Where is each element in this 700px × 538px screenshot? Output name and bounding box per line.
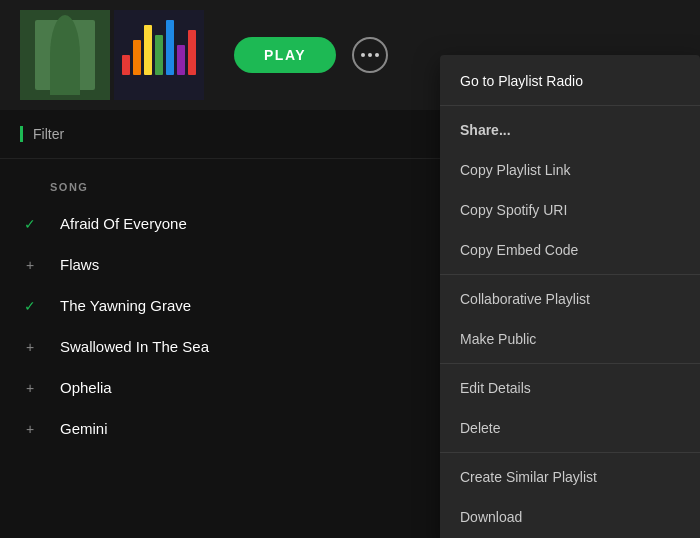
- three-dots-icon: [361, 53, 379, 57]
- dot-3: [375, 53, 379, 57]
- menu-divider-4: [440, 452, 700, 453]
- album-art-1: [20, 10, 110, 100]
- bar-red: [122, 55, 130, 75]
- bar-purple: [177, 45, 185, 75]
- bar-orange: [133, 40, 141, 75]
- bar-blue: [166, 20, 174, 75]
- song-column-header: SONG: [50, 181, 88, 193]
- song-title-1: Afraid Of Everyone: [60, 215, 187, 232]
- menu-item-copy-spotify-uri[interactable]: Copy Spotify URI: [440, 190, 700, 230]
- menu-divider-1: [440, 105, 700, 106]
- album-art-container: [20, 10, 204, 100]
- bar-green: [155, 35, 163, 75]
- filter-label: Filter: [20, 126, 64, 142]
- more-options-button[interactable]: [352, 37, 388, 73]
- plus-icon-2: +: [20, 257, 40, 273]
- song-title-5: Ophelia: [60, 379, 112, 396]
- checkmark-icon-1: ✓: [20, 216, 40, 232]
- song-title-3: The Yawning Grave: [60, 297, 191, 314]
- menu-item-share[interactable]: Share...: [440, 110, 700, 150]
- plus-icon-5: +: [20, 380, 40, 396]
- plus-icon-4: +: [20, 339, 40, 355]
- menu-item-collaborative-playlist[interactable]: Collaborative Playlist: [440, 279, 700, 319]
- menu-item-make-public[interactable]: Make Public: [440, 319, 700, 359]
- checkmark-icon-3: ✓: [20, 298, 40, 314]
- menu-divider-2: [440, 274, 700, 275]
- album-art-2: [114, 10, 204, 100]
- dot-2: [368, 53, 372, 57]
- menu-item-copy-embed-code[interactable]: Copy Embed Code: [440, 230, 700, 270]
- menu-divider-3: [440, 363, 700, 364]
- menu-item-edit-details[interactable]: Edit Details: [440, 368, 700, 408]
- song-title-6: Gemini: [60, 420, 108, 437]
- controls-area: PLAY: [234, 37, 388, 73]
- menu-item-go-to-playlist-radio[interactable]: Go to Playlist Radio: [440, 61, 700, 101]
- song-title-2: Flaws: [60, 256, 99, 273]
- menu-item-download[interactable]: Download: [440, 497, 700, 537]
- song-title-4: Swallowed In The Sea: [60, 338, 209, 355]
- menu-item-delete[interactable]: Delete: [440, 408, 700, 448]
- dot-1: [361, 53, 365, 57]
- play-button[interactable]: PLAY: [234, 37, 336, 73]
- plus-icon-6: +: [20, 421, 40, 437]
- menu-item-create-similar-playlist[interactable]: Create Similar Playlist: [440, 457, 700, 497]
- context-menu: Go to Playlist Radio Share... Copy Playl…: [440, 55, 700, 538]
- color-bars: [122, 15, 196, 75]
- bar-yellow: [144, 25, 152, 75]
- bar-red2: [188, 30, 196, 75]
- menu-item-copy-playlist-link[interactable]: Copy Playlist Link: [440, 150, 700, 190]
